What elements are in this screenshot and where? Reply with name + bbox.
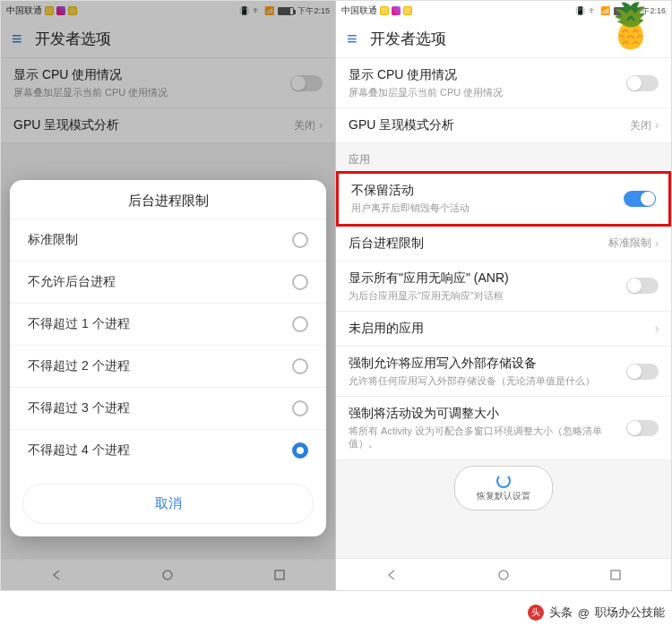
sheet-title: 后台进程限制 [10, 180, 326, 219]
row-title: 强制将活动设为可调整大小 [349, 406, 619, 422]
bg-limit-option[interactable]: 标准限制 [10, 219, 326, 261]
row-title: GPU 呈现模式分析 [349, 117, 454, 133]
toggle-force-resizable[interactable] [626, 420, 659, 436]
radio-icon [292, 442, 308, 459]
row-value: 标准限制 [608, 236, 651, 251]
option-label: 不得超过 2 个进程 [28, 358, 130, 374]
bg-limit-option[interactable]: 不得超过 4 个进程 [10, 429, 326, 471]
reset-defaults-button[interactable]: 恢复默认设置 [454, 466, 553, 510]
vibrate-icon: 📳 [575, 6, 585, 15]
svg-point-2 [499, 570, 508, 579]
credit-prefix: 头条 [549, 605, 573, 621]
phone-right: 中国联通 📳 ᯤ 📶 下午2:16 ≡ 开发者选项 显示 CPU 使用情况 屏 [336, 1, 671, 590]
toggle-cpu-usage[interactable] [626, 75, 659, 91]
notif-icon [392, 6, 401, 15]
option-label: 不得超过 4 个进程 [28, 442, 130, 459]
notif-icon [380, 6, 389, 15]
option-label: 不允许后台进程 [28, 274, 116, 290]
phone-left: 中国联通 📳 ᯤ 📶 下午2:15 ≡ 开发者选项 显示 CPU 使用情况 屏 [1, 1, 336, 590]
nav-recent-icon[interactable] [608, 568, 623, 582]
bg-limit-option[interactable]: 不得超过 2 个进程 [10, 345, 326, 387]
row-subtitle: 屏幕叠加层显示当前 CPU 使用情况 [349, 86, 503, 99]
refresh-icon [496, 474, 511, 488]
row-force-external-write[interactable]: 强制允许将应用写入外部存储设备 允许将任何应用写入外部存储设备（无论清单值是什么… [336, 347, 671, 397]
chevron-right-icon: › [655, 237, 659, 250]
radio-icon [292, 232, 308, 248]
row-value: 关闭 [630, 118, 651, 133]
row-subtitle: 允许将任何应用写入外部存储设备（无论清单值是什么） [349, 374, 595, 387]
section-apps: 应用 [336, 143, 671, 171]
toggle-show-anr[interactable] [626, 278, 659, 294]
radio-icon [292, 400, 308, 416]
row-subtitle: 用户离开后即销毁每个活动 [351, 202, 470, 214]
row-title: 显示所有"应用无响应" (ANR) [349, 270, 509, 287]
wifi-icon: ᯤ [589, 6, 597, 15]
radio-icon [292, 316, 308, 332]
page-title: 开发者选项 [370, 29, 446, 49]
credit-watermark: 头 头条 @ 职场办公技能 [528, 605, 665, 621]
toggle-external-write[interactable] [626, 364, 659, 380]
row-title: 强制允许将应用写入外部存储设备 [349, 356, 595, 372]
option-label: 不得超过 3 个进程 [28, 400, 130, 416]
row-disabled-apps[interactable]: 未启用的应用 › [336, 312, 671, 347]
row-subtitle: 为后台应用显示"应用无响应"对话框 [349, 289, 509, 302]
nav-bar [336, 558, 671, 590]
row-cpu-usage[interactable]: 显示 CPU 使用情况 屏幕叠加层显示当前 CPU 使用情况 [336, 58, 671, 108]
chevron-right-icon: › [655, 322, 659, 335]
row-bg-process-limit[interactable]: 后台进程限制 标准限制 › [336, 227, 671, 262]
row-title: 显示 CPU 使用情况 [349, 67, 503, 83]
bg-limit-option[interactable]: 不得超过 1 个进程 [10, 303, 326, 345]
cancel-button[interactable]: 取消 [22, 484, 314, 524]
option-label: 不得超过 1 个进程 [28, 316, 130, 332]
bg-limit-sheet: 后台进程限制 标准限制不允许后台进程不得超过 1 个进程不得超过 2 个进程不得… [10, 180, 326, 536]
menu-icon[interactable]: ≡ [347, 29, 358, 49]
nav-back-icon[interactable] [384, 568, 399, 582]
row-gpu-profile[interactable]: GPU 呈现模式分析 关闭 › [336, 108, 671, 143]
radio-icon [292, 358, 308, 374]
bg-limit-option[interactable]: 不允许后台进程 [10, 261, 326, 303]
row-dont-keep-activities[interactable]: 不保留活动 用户离开后即销毁每个活动 [336, 171, 671, 226]
carrier-label: 中国联通 [341, 4, 377, 17]
row-show-anr[interactable]: 显示所有"应用无响应" (ANR) 为后台应用显示"应用无响应"对话框 [336, 262, 671, 312]
credit-name: 职场办公技能 [595, 605, 665, 621]
toggle-dont-keep-activities[interactable] [624, 191, 656, 207]
nav-home-icon[interactable] [496, 568, 511, 582]
radio-icon [292, 274, 308, 290]
option-label: 标准限制 [28, 232, 78, 248]
row-title: 未启用的应用 [349, 321, 424, 337]
credit-sep: @ [578, 606, 590, 620]
chevron-right-icon: › [655, 119, 659, 132]
settings-list: 显示 CPU 使用情况 屏幕叠加层显示当前 CPU 使用情况 GPU 呈现模式分… [336, 58, 671, 558]
row-subtitle: 将所有 Activity 设为可配合多窗口环境调整大小（忽略清单值）。 [349, 424, 619, 450]
pineapple-decoration: 🍍 [604, 0, 658, 51]
notif-icon [403, 6, 412, 15]
row-title: 不保留活动 [351, 183, 470, 199]
screenshot-pair: 中国联通 📳 ᯤ 📶 下午2:15 ≡ 开发者选项 显示 CPU 使用情况 屏 [0, 0, 672, 591]
svg-rect-3 [611, 570, 620, 579]
bg-limit-option[interactable]: 不得超过 3 个进程 [10, 387, 326, 429]
reset-label: 恢复默认设置 [477, 490, 530, 502]
row-force-resizable[interactable]: 强制将活动设为可调整大小 将所有 Activity 设为可配合多窗口环境调整大小… [336, 397, 671, 460]
toutiao-logo-icon: 头 [528, 605, 544, 621]
row-title: 后台进程限制 [349, 236, 424, 252]
